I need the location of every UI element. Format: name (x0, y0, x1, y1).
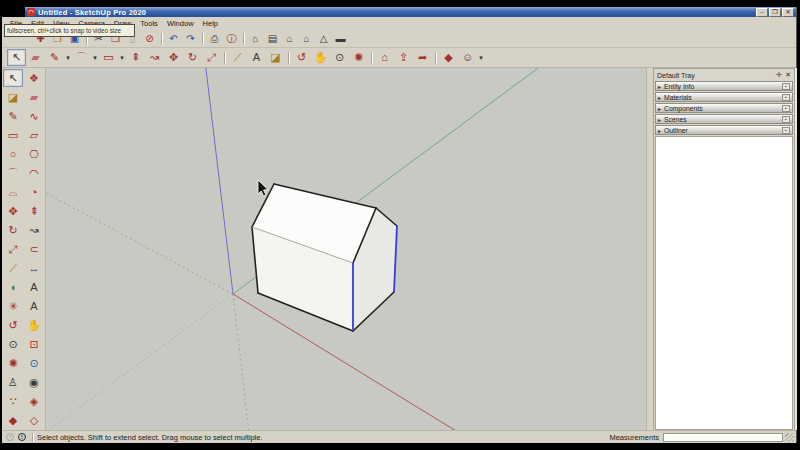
lts-dimension-tool[interactable]: ↔ (24, 259, 44, 277)
back-view-button[interactable]: ▬ (332, 31, 349, 46)
shapes-tool-button[interactable]: ▭ (99, 49, 118, 66)
redo-button[interactable]: ↷ (182, 31, 199, 46)
lts-push-pull-tool[interactable]: ⇞ (24, 202, 44, 220)
send-to-layout-button[interactable]: ➦ (413, 49, 432, 66)
model-info-button[interactable]: ⓘ (223, 31, 240, 46)
lts-paint-bucket[interactable]: ◪ (3, 88, 23, 106)
lts-3d-text-tool[interactable]: A (24, 297, 44, 315)
lts-zoom-window-tool[interactable]: ⊡ (24, 335, 44, 353)
lts-text-tool[interactable]: A (24, 278, 44, 296)
lts-orbit-tool[interactable]: ↺ (3, 316, 23, 334)
lts-zoom-tool[interactable]: ⊙ (3, 335, 23, 353)
line-tool-button[interactable]: ✎ (45, 49, 64, 66)
text-tool-button[interactable]: A (247, 49, 266, 66)
lts-offset-tool[interactable]: ⊂ (24, 240, 44, 258)
undo-button[interactable]: ↶ (165, 31, 182, 46)
tray-section-scenes[interactable]: ▸ Scenes ▪ (655, 114, 793, 124)
print-button[interactable]: ⎙ (206, 31, 223, 46)
lts-three-point-arc-tool[interactable]: ⌓ (3, 183, 23, 201)
iso-view-button[interactable]: ⌂ (247, 31, 264, 46)
tray-close-icon[interactable]: ✕ (785, 71, 791, 79)
lts-rotate-tool[interactable]: ↻ (3, 221, 23, 239)
right-view-button[interactable]: ⌂ (298, 31, 315, 46)
line-tool-dropdown[interactable]: ▾ (64, 49, 72, 66)
section-detach-icon[interactable]: ▪ (782, 127, 790, 134)
lts-follow-me-tool[interactable]: ↝ (24, 221, 44, 239)
expand-arrow-icon[interactable]: ▸ (658, 83, 661, 90)
lts-section-display-tool[interactable]: ◇ (24, 411, 44, 429)
top-view-button[interactable]: ▤ (264, 31, 281, 46)
pin-icon[interactable]: ✛ (776, 71, 782, 79)
lts-section-fill-tool[interactable]: ◆ (3, 411, 23, 429)
lts-circle-tool[interactable]: ○ (3, 145, 23, 163)
rotate-tool-button[interactable]: ↻ (183, 49, 202, 66)
arc-tool-button[interactable]: ⌒ (72, 49, 91, 66)
panel-splitter[interactable] (646, 68, 653, 430)
geolocation-icon[interactable]: ? (6, 433, 14, 441)
front-view-button[interactable]: ⌂ (281, 31, 298, 46)
section-detach-icon[interactable]: ▪ (782, 116, 790, 123)
scale-tool-button[interactable]: ⤢ (202, 49, 221, 66)
sign-in-dropdown[interactable]: ▾ (477, 49, 485, 66)
push-pull-button[interactable]: ⇞ (126, 49, 145, 66)
lts-move-tool[interactable]: ✥ (3, 202, 23, 220)
resize-grip[interactable] (785, 433, 794, 442)
lts-zoom-previous-tool[interactable]: ⊙ (24, 354, 44, 372)
expand-arrow-icon[interactable]: ▸ (658, 105, 661, 112)
lts-pie-tool[interactable]: ◔ (24, 183, 44, 201)
tray-section-entity-info[interactable]: ▸ Entity Info ▪ (655, 81, 793, 91)
pan-tool-button[interactable]: ✋ (311, 49, 330, 66)
lts-arc-tool[interactable]: ⌒ (3, 164, 23, 182)
menu-help[interactable]: Help (203, 19, 218, 28)
tray-section-outliner[interactable]: ▸ Outliner ▪ (655, 125, 793, 135)
section-detach-icon[interactable]: ▪ (782, 83, 790, 90)
tray-section-components[interactable]: ▸ Components ▪ (655, 103, 793, 113)
viewport[interactable] (46, 68, 646, 430)
expand-arrow-icon[interactable]: ▸ (658, 116, 661, 123)
extension-warehouse-button[interactable]: ◆ (439, 49, 458, 66)
lts-freehand-tool[interactable]: ∿ (24, 107, 44, 125)
lts-two-point-arc-tool[interactable]: ◠ (24, 164, 44, 182)
menu-tools[interactable]: Tools (140, 19, 158, 28)
lts-make-component[interactable]: ❖ (24, 69, 44, 87)
lts-walk-tool[interactable]: ∵ (3, 392, 23, 410)
select-tool-button[interactable]: ↖ (7, 49, 26, 66)
lts-line-tool[interactable]: ✎ (3, 107, 23, 125)
close-button[interactable]: ✕ (782, 8, 794, 17)
move-tool-button[interactable]: ✥ (164, 49, 183, 66)
left-view-button[interactable]: △ (315, 31, 332, 46)
lts-pan-tool[interactable]: ✋ (24, 316, 44, 334)
shapes-tool-dropdown[interactable]: ▾ (118, 49, 126, 66)
arc-tool-dropdown[interactable]: ▾ (91, 49, 99, 66)
lts-zoom-extents-tool[interactable]: ✺ (3, 354, 23, 372)
expand-arrow-icon[interactable]: ▸ (658, 127, 661, 134)
zoom-tool-button[interactable]: ⊙ (330, 49, 349, 66)
lts-polygon-tool[interactable]: ⎔ (24, 145, 44, 163)
eraser-tool-button[interactable]: ▰ (26, 49, 45, 66)
measurements-input[interactable] (663, 433, 783, 442)
menu-window[interactable]: Window (167, 19, 194, 28)
sign-in-button[interactable]: ☺ (458, 49, 477, 66)
lts-axes-tool[interactable]: ✳ (3, 297, 23, 315)
section-detach-icon[interactable]: ▪ (782, 94, 790, 101)
zoom-extents-button[interactable]: ✺ (349, 49, 368, 66)
lts-protractor-tool[interactable]: ◖ (3, 278, 23, 296)
lts-rectangle-tool[interactable]: ▭ (3, 126, 23, 144)
tape-measure-button[interactable]: ⟋ (228, 49, 247, 66)
lts-tape-measure-tool[interactable]: ⟋ (3, 259, 23, 277)
3d-warehouse-button[interactable]: ⌂ (375, 49, 394, 66)
lts-eraser-tool[interactable]: ▰ (24, 88, 44, 106)
tray-section-materials[interactable]: ▸ Materials ▪ (655, 92, 793, 102)
share-model-button[interactable]: ⇪ (394, 49, 413, 66)
minimize-button[interactable]: – (756, 8, 768, 17)
lts-scale-tool[interactable]: ⤢ (3, 240, 23, 258)
credit-attribution-icon[interactable]: ! (18, 433, 26, 441)
follow-me-button[interactable]: ↝ (145, 49, 164, 66)
lts-look-around-tool[interactable]: ◉ (24, 373, 44, 391)
orbit-tool-button[interactable]: ↺ (292, 49, 311, 66)
lts-rotated-rectangle-tool[interactable]: ▱ (24, 126, 44, 144)
lts-position-camera-tool[interactable]: ♙ (3, 373, 23, 391)
paint-bucket-button[interactable]: ◪ (266, 49, 285, 66)
section-detach-icon[interactable]: ▪ (782, 105, 790, 112)
lts-select-tool[interactable]: ↖ (3, 69, 23, 87)
